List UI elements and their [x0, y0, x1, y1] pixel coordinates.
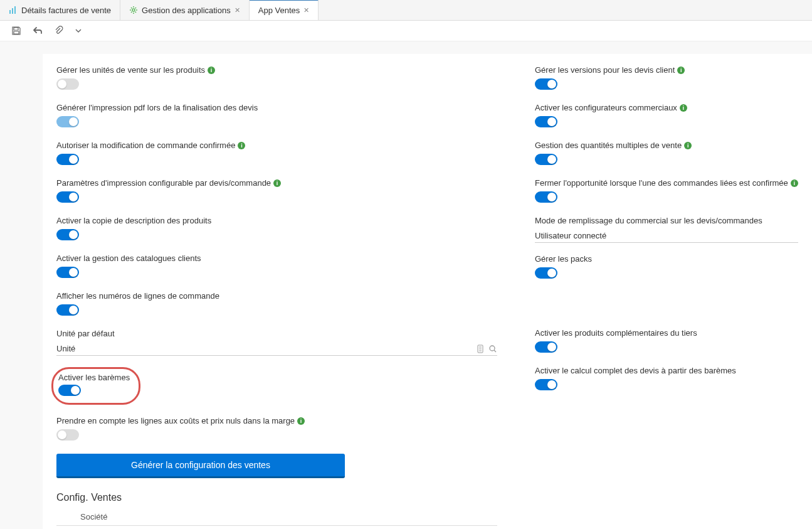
field-versions-quote: Gérer les versions pour les devis client… — [535, 65, 798, 92]
field-packs: Gérer les packs — [535, 254, 798, 281]
toolbar — [0, 21, 812, 41]
config-header-label: Société — [80, 512, 497, 521]
field-label-text: Gestion des quantités multiples de vente — [535, 141, 682, 150]
field-catalog-mgmt: Activer la gestion des catalogues client… — [56, 254, 497, 280]
field-units-sale: Gérer les unités de vente sur les produi… — [56, 65, 497, 92]
svg-point-5 — [490, 346, 495, 351]
toggle-pdf-quote[interactable] — [56, 116, 79, 127]
field-unit-default: Unité par défaut Unité — [56, 329, 497, 356]
field-label-text: Paramètres d'impression configurable par… — [56, 178, 271, 188]
field-baremes: Activer les barèmes — [56, 367, 497, 405]
config-table-header: Société — [56, 508, 497, 526]
field-comp-products: Activer les produits complémentaires du … — [535, 328, 798, 355]
left-column: Gérer les unités de vente sur les produi… — [56, 65, 497, 529]
field-label-text: Prendre en compte les lignes aux coûts e… — [56, 416, 295, 425]
svg-rect-1 — [12, 8, 13, 14]
info-icon[interactable]: i — [273, 179, 281, 187]
search-icon[interactable] — [488, 345, 497, 353]
tab-label: Gestion des applications — [142, 6, 231, 15]
toggle-comp-products[interactable] — [535, 341, 557, 353]
info-icon[interactable]: i — [208, 67, 215, 74]
gear-icon — [129, 6, 138, 14]
field-copy-desc: Activer la copie de description des prod… — [56, 216, 497, 242]
field-label-text: Afficher les numéros de lignes de comman… — [56, 291, 219, 301]
field-label-text: Activer les barèmes — [58, 373, 130, 382]
toggle-full-calc[interactable] — [535, 379, 557, 390]
field-fill-mode: Mode de remplissage du commercial sur le… — [535, 216, 798, 243]
field-label-text: Gérer les packs — [535, 254, 592, 264]
field-label-text: Activer le calcul complet des devis à pa… — [535, 366, 736, 375]
field-margin-zero: Prendre en compte les lignes aux coûts e… — [56, 416, 497, 442]
field-label-text: Générer l'impression pdf lors de la fina… — [56, 103, 258, 112]
svg-rect-0 — [9, 10, 11, 14]
tab-label: App Ventes — [258, 6, 300, 15]
field-line-numbers: Afficher les numéros de lignes de comman… — [56, 291, 497, 318]
save-icon[interactable] — [11, 26, 21, 36]
toggle-versions-quote[interactable] — [535, 78, 557, 90]
info-icon[interactable]: i — [297, 417, 305, 425]
dropdown-icon[interactable] — [75, 28, 82, 34]
info-icon[interactable]: i — [684, 142, 692, 149]
tab-app-management[interactable]: Gestion des applications ✕ — [120, 0, 250, 20]
svg-point-3 — [132, 9, 135, 11]
field-close-oppo: Fermer l'opportunité lorsque l'une des c… — [535, 178, 798, 205]
settings-panel: Gérer les unités de vente sur les produi… — [43, 54, 812, 529]
config-section-title: Config. Ventes — [56, 492, 497, 503]
toggle-margin-zero[interactable] — [56, 429, 79, 441]
unit-default-value: Unité — [56, 344, 476, 353]
field-pdf-quote: Générer l'impression pdf lors de la fina… — [56, 103, 497, 129]
svg-rect-2 — [14, 6, 16, 14]
field-print-params: Paramètres d'impression configurable par… — [56, 178, 497, 205]
table-row[interactable]: Axelor — [56, 526, 497, 529]
unit-default-input[interactable]: Unité — [56, 342, 497, 356]
info-icon[interactable]: i — [238, 142, 245, 149]
field-label-text: Gérer les unités de vente sur les produi… — [56, 65, 205, 75]
toggle-copy-desc[interactable] — [56, 229, 79, 240]
field-label-text: Activer les produits complémentaires du … — [535, 328, 697, 338]
attachment-icon[interactable] — [54, 26, 64, 36]
highlight-oval: Activer les barèmes — [51, 367, 140, 405]
field-configurators: Activer les configurateurs commerciauxi — [535, 103, 798, 129]
back-icon[interactable] — [33, 26, 43, 36]
field-label-text: Autoriser la modification de commande co… — [56, 141, 235, 150]
field-multi-qty: Gestion des quantités multiples de vente… — [535, 141, 798, 167]
toggle-close-oppo[interactable] — [535, 191, 557, 203]
field-label-text: Unité par défaut — [56, 329, 115, 338]
field-modify-confirmed: Autoriser la modification de commande co… — [56, 141, 497, 167]
tab-invoice-details[interactable]: Détails factures de vente — [0, 0, 120, 20]
toggle-multi-qty[interactable] — [535, 154, 557, 165]
toggle-units-sale[interactable] — [56, 78, 79, 90]
document-icon[interactable] — [476, 345, 485, 353]
toggle-print-params[interactable] — [56, 191, 79, 203]
info-icon[interactable]: i — [791, 179, 798, 187]
toggle-catalog-mgmt[interactable] — [56, 267, 79, 278]
field-label-text: Activer la copie de description des prod… — [56, 216, 211, 225]
field-full-calc: Activer le calcul complet des devis à pa… — [535, 366, 798, 392]
tabs-bar: Détails factures de vente Gestion des ap… — [0, 0, 812, 21]
generate-config-button[interactable]: Générer la configuration des ventes — [56, 454, 345, 478]
info-icon[interactable]: i — [677, 67, 685, 74]
toggle-modify-confirmed[interactable] — [56, 154, 79, 165]
toggle-baremes[interactable] — [58, 385, 81, 396]
field-label-text: Gérer les versions pour les devis client — [535, 65, 675, 75]
field-label-text: Activer la gestion des catalogues client… — [56, 254, 201, 263]
field-label-text: Fermer l'opportunité lorsque l'une des c… — [535, 178, 788, 188]
fill-mode-value[interactable]: Utilisateur connecté — [535, 229, 798, 243]
close-icon[interactable]: ✕ — [235, 6, 240, 14]
toggle-packs[interactable] — [535, 267, 557, 279]
tab-label: Détails factures de vente — [21, 6, 111, 15]
toggle-line-numbers[interactable] — [56, 304, 79, 316]
info-icon[interactable]: i — [680, 104, 687, 112]
chart-icon — [9, 6, 18, 14]
close-icon[interactable]: ✕ — [303, 6, 309, 14]
toggle-configurators[interactable] — [535, 116, 557, 127]
field-label-text: Mode de remplissage du commercial sur le… — [535, 216, 762, 225]
field-label-text: Activer les configurateurs commerciaux — [535, 103, 677, 112]
right-column: Gérer les versions pour les devis client… — [535, 65, 798, 529]
tab-app-sales[interactable]: App Ventes ✕ — [250, 0, 319, 20]
content: Gérer les unités de vente sur les produi… — [0, 41, 812, 529]
